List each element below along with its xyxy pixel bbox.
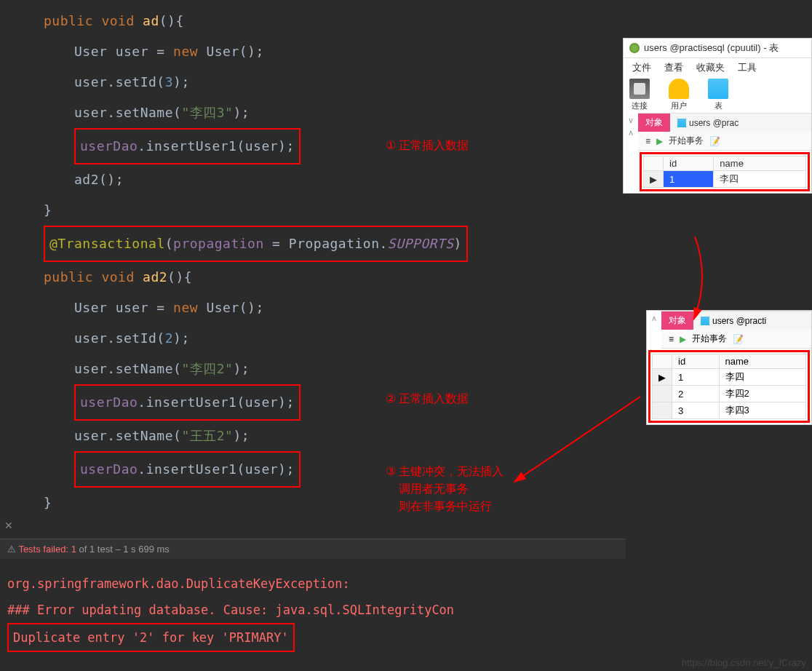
chevron-up-icon[interactable]: ∧ [626, 127, 635, 139]
menu-icon[interactable]: ≡ [669, 334, 674, 344]
table-row[interactable]: ▶1李四 [644, 171, 806, 188]
col-header-name[interactable]: name [719, 354, 805, 369]
menu-file[interactable]: 文件 [632, 61, 651, 74]
navicat-tx-bar: ≡ ▶ 开始事务 📝 [638, 132, 811, 151]
navicat-tx-bar: ≡ ▶ 开始事务 📝 [661, 330, 811, 349]
begin-transaction-button[interactable]: 开始事务 [669, 135, 704, 147]
code-line: @Transactional(propagation = Propagation… [44, 226, 812, 262]
tab-users-table[interactable]: users @practi [693, 311, 773, 330]
table-icon [677, 119, 686, 127]
test-fail-label: Tests failed: [18, 544, 68, 555]
menu-view[interactable]: 查看 [664, 61, 683, 74]
memo-icon[interactable]: 📝 [709, 136, 720, 146]
col-header-id[interactable]: id [664, 156, 714, 171]
navicat-titlebar: users @practisesql (cpuutil) - 表 [624, 39, 811, 58]
navicat-tabs: 对象 users @practi [661, 311, 811, 330]
console-line-highlighted: Duplicate entry '2' for key 'PRIMARY' [7, 623, 295, 652]
connection-icon [629, 79, 650, 99]
data-table-after: idname ▶1李四 2李四2 3李四3 [652, 354, 806, 419]
console-line: org.springframework.dao.DuplicateKeyExce… [7, 571, 618, 597]
navicat-window-after: ∧ 对象 users @practi ≡ ▶ 开始事务 📝 idname ▶1李… [646, 310, 812, 425]
menu-icon[interactable]: ≡ [645, 136, 650, 146]
console-line: ### Error updating database. Cause: java… [7, 597, 618, 623]
menu-favorites[interactable]: 收藏夹 [696, 61, 725, 74]
table-icon [701, 317, 709, 325]
code-line: public void ad(){ [44, 6, 812, 36]
tool-user[interactable]: 用户 [669, 79, 689, 111]
navicat-tabs: 对象 users @prac [638, 113, 811, 132]
close-icon[interactable]: ✕ [4, 520, 13, 531]
col-header-id[interactable]: id [672, 354, 720, 369]
col-header-name[interactable]: name [714, 156, 806, 171]
table-before-frame: idname ▶1李四 [640, 152, 810, 191]
test-result-bar: ⚠ Tests failed: 1 of 1 test – 1 s 699 ms [0, 539, 626, 559]
watermark: https://blog.csdn.net/y_fCrazy [682, 657, 806, 668]
console-output: org.springframework.dao.DuplicateKeyExce… [0, 568, 626, 655]
play-icon: ▶ [680, 334, 686, 344]
menu-tools[interactable]: 工具 [738, 61, 757, 74]
code-line: user.setName("王五2"); [44, 421, 812, 451]
table-row[interactable]: 2李四2 [653, 386, 806, 402]
code-line: } [44, 195, 812, 226]
tab-objects[interactable]: 对象 [638, 114, 670, 132]
table-row[interactable]: ▶1李四 [653, 369, 806, 386]
warning-icon: ⚠ [7, 544, 18, 555]
test-fail-count: 1 [71, 544, 76, 555]
user-icon [669, 79, 689, 99]
navicat-menubar: 文件 查看 收藏夹 工具 [624, 58, 811, 77]
memo-icon[interactable]: 📝 [733, 334, 744, 344]
begin-transaction-button[interactable]: 开始事务 [692, 333, 727, 345]
chevron-up-icon[interactable]: ∧ [650, 312, 658, 324]
play-icon: ▶ [656, 136, 663, 146]
navicat-title: users @practisesql (cpuutil) - 表 [644, 41, 779, 55]
navicat-toolbar: 连接 用户 表 [624, 77, 811, 113]
annotation-2: ②正常插入数据 [386, 392, 469, 407]
annotation-3: ③主键冲突，无法插入 调用者无事务 则在非事务中运行 [386, 463, 503, 515]
tool-connection[interactable]: 连接 [629, 79, 650, 111]
table-row[interactable]: 3李四3 [653, 402, 806, 419]
table-icon [708, 79, 728, 99]
chevron-down-icon[interactable]: ∨ [626, 114, 635, 127]
tool-table[interactable]: 表 [708, 79, 728, 111]
table-after-frame: idname ▶1李四 2李四2 3李四3 [648, 350, 810, 423]
navicat-window-before: users @practisesql (cpuutil) - 表 文件 查看 收… [623, 38, 812, 194]
data-table-before: idname ▶1李四 [643, 156, 806, 188]
code-line: public void ad2(){ [44, 262, 812, 293]
tab-users-table[interactable]: users @prac [670, 114, 746, 132]
test-fail-summary: of 1 test – 1 s 699 ms [79, 544, 170, 555]
annotation-1: ①正常插入数据 [386, 138, 469, 154]
navicat-app-icon [629, 43, 640, 53]
tab-objects[interactable]: 对象 [661, 311, 693, 330]
